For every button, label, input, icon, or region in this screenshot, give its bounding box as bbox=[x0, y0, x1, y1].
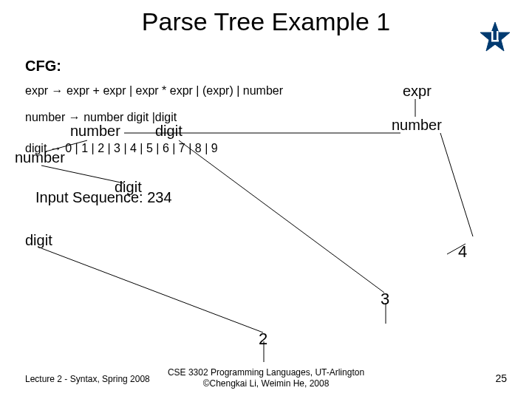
input-sequence-label: Input Sequence: 234 bbox=[35, 189, 172, 206]
svg-rect-2 bbox=[497, 31, 499, 41]
footer-lecture: Lecture 2 - Syntax, Spring 2008 bbox=[25, 374, 150, 384]
footer-course: CSE 3302 Programming Languages, UT-Arlin… bbox=[168, 367, 364, 389]
svg-rect-1 bbox=[491, 31, 494, 41]
cfg-heading: CFG: bbox=[25, 58, 61, 75]
tree-leaf-3: 3 bbox=[381, 290, 389, 309]
slide-number: 25 bbox=[495, 372, 507, 384]
svg-line-12 bbox=[41, 248, 263, 332]
grammar-rule-expr: expr → expr + expr | expr * expr | (expr… bbox=[25, 84, 283, 98]
footer-course-line2: ©Chengkai Li, Weimin He, 2008 bbox=[168, 378, 364, 389]
tree-node-digit-bottom: digit bbox=[25, 232, 52, 249]
tree-node-digit-top: digit bbox=[155, 123, 183, 140]
svg-line-11 bbox=[41, 166, 124, 183]
tree-node-expr: expr bbox=[403, 83, 432, 100]
svg-rect-3 bbox=[491, 40, 499, 42]
svg-line-9 bbox=[179, 140, 384, 293]
tree-node-number-top: number bbox=[392, 117, 442, 134]
tree-node-number-mid: number bbox=[70, 123, 120, 140]
svg-line-6 bbox=[440, 133, 473, 236]
slide-title: Parse Tree Example 1 bbox=[0, 7, 532, 36]
uta-logo bbox=[479, 21, 511, 53]
svg-marker-0 bbox=[480, 22, 510, 51]
tree-leaf-4: 4 bbox=[458, 242, 467, 262]
tree-leaf-2: 2 bbox=[259, 330, 267, 349]
footer-course-line1: CSE 3302 Programming Languages, UT-Arlin… bbox=[168, 367, 364, 378]
tree-node-number-bottom: number bbox=[15, 149, 65, 166]
